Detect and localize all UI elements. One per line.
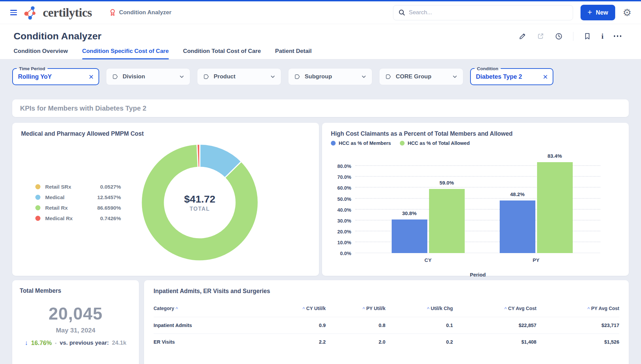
- donut-legend-item-medical-rx: Medical Rx0.7426%: [35, 215, 121, 222]
- logo-network-icon: [24, 5, 39, 20]
- legend-swatch: [35, 195, 40, 200]
- legend-swatch: [35, 184, 40, 189]
- legend-label: Medical Rx: [45, 215, 82, 222]
- row-value: 0.1: [386, 317, 453, 334]
- column-label: Category: [154, 306, 176, 311]
- tab-condition-total-cost-of-care[interactable]: Condition Total Cost of Care: [183, 48, 261, 59]
- page-title: Condition Analyzer: [14, 31, 102, 42]
- row-value: 2.0: [326, 334, 386, 350]
- tab-condition-overview[interactable]: Condition Overview: [14, 48, 68, 59]
- bar-value-label: 48.2%: [510, 191, 525, 197]
- column-label: PY Util/k: [366, 306, 386, 311]
- down-arrow-icon: ↓: [25, 339, 28, 347]
- open-external-icon[interactable]: [537, 32, 545, 40]
- legend-swatch: [331, 141, 336, 146]
- separator-dot: •: [55, 340, 57, 346]
- x-category-label: PY: [482, 257, 590, 263]
- search-icon: [398, 9, 405, 16]
- bookmark-icon[interactable]: [584, 32, 591, 40]
- tab-condition-specific-cost-of-care[interactable]: Condition Specific Cost of Care: [82, 48, 169, 59]
- comparison-label: vs. previous year:: [60, 340, 109, 346]
- filter-condition-value: Diabetes Type 2: [476, 73, 522, 80]
- legend-label: Medical: [45, 194, 82, 200]
- menu-icon[interactable]: [10, 10, 17, 15]
- close-x-icon[interactable]: [89, 75, 93, 79]
- filter-bar: Time Period Rolling YoY Division Product…: [0, 59, 641, 85]
- row-value: 0.2: [386, 334, 453, 350]
- app-breadcrumb[interactable]: Condition Analyzer: [109, 8, 171, 17]
- change-percent: 16.76%: [31, 340, 52, 347]
- close-x-icon[interactable]: [543, 75, 548, 79]
- y-tick-label: 0.0%: [340, 251, 351, 256]
- row-category: Inpatient Admits: [154, 317, 265, 334]
- bar-py-hcc-as-of-total-allowed[interactable]: 83.4%: [537, 162, 573, 253]
- more-options-icon[interactable]: [614, 35, 622, 37]
- util-table-head-row: Category ^^ CY Util/k^ PY Util/k^ Util/k…: [154, 301, 619, 317]
- bar-cy-hcc-as-of-members[interactable]: 30.8%: [392, 219, 427, 253]
- filter-time-period[interactable]: Time Period Rolling YoY: [12, 68, 99, 85]
- search-input[interactable]: [409, 9, 568, 16]
- donut-legend-item-medical: Medical12.5457%: [35, 194, 121, 200]
- column-label: CY Avg Cost: [508, 306, 537, 311]
- bar-value-label: 30.8%: [402, 210, 417, 216]
- filter-subgroup-dropdown[interactable]: Subgroup: [288, 68, 372, 85]
- row-value: 0.9: [265, 317, 326, 334]
- filter-division-dropdown[interactable]: Division: [106, 68, 190, 85]
- chevron-down-icon: [452, 74, 458, 79]
- x-category-label: CY: [374, 257, 482, 263]
- column-label: CY Util/k: [306, 306, 326, 311]
- legend-label: Retail SRx: [45, 184, 82, 190]
- legend-label: HCC as % of Total Allowed: [408, 140, 470, 146]
- brand-logo[interactable]: certilytics: [24, 5, 92, 20]
- new-button-label: New: [596, 9, 608, 16]
- filter-core-group-dropdown[interactable]: CORE Group: [379, 68, 463, 85]
- bar-legend-item-hcc-as-of-total-allowed: HCC as % of Total Allowed: [400, 140, 470, 146]
- sort-caret-icon: ^: [176, 306, 178, 311]
- legend-value: 12.5457%: [97, 194, 121, 200]
- y-tick-label: 20.0%: [337, 229, 351, 234]
- column-header-cy-avg-cost[interactable]: ^ CY Avg Cost: [453, 301, 536, 317]
- bar-py-hcc-as-of-members[interactable]: 48.2%: [500, 200, 535, 253]
- history-clock-icon[interactable]: [555, 32, 563, 40]
- bar-groups: 30.8%59.0%48.2%83.4%: [374, 151, 590, 253]
- total-members-date: May 31, 2024: [20, 327, 131, 334]
- donut-segment-medical-rx[interactable]: [197, 144, 200, 167]
- y-tick-label: 50.0%: [337, 196, 351, 202]
- bar-cy-hcc-as-of-total-allowed[interactable]: 59.0%: [429, 189, 465, 253]
- sort-caret-icon: ^: [362, 306, 366, 311]
- info-icon[interactable]: i: [601, 32, 603, 41]
- donut-legend-item-retail-rx: Retail Rx86.6590%: [35, 205, 121, 211]
- settings-gear-icon[interactable]: ⚙: [623, 8, 631, 18]
- global-search[interactable]: [393, 5, 573, 20]
- legend-value: 86.6590%: [97, 205, 121, 211]
- bar-legend-item-hcc-as-of-members: HCC as % of Members: [331, 140, 391, 146]
- legend-label: HCC as % of Members: [339, 140, 391, 146]
- new-button[interactable]: + New: [581, 5, 615, 20]
- filter-condition[interactable]: Condition Diabetes Type 2: [470, 68, 553, 85]
- column-header-py-util-k[interactable]: ^ PY Util/k: [326, 301, 386, 317]
- table-row: ER Visits2.22.00.2$1,408$1,526: [154, 334, 619, 350]
- actions-divider: [573, 32, 573, 41]
- chevron-down-icon: [361, 74, 367, 79]
- donut-legend: Retail SRx0.0527%Medical12.5457%Retail R…: [35, 184, 121, 222]
- column-header-py-avg-cost[interactable]: ^ PY Avg Cost: [536, 301, 619, 317]
- edit-pencil-icon[interactable]: [519, 32, 527, 40]
- column-label: PY Avg Cost: [591, 306, 619, 311]
- filter-division-label: Division: [123, 73, 145, 80]
- top-navigation-bar: certilytics Condition Analyzer + New ⚙: [0, 1, 641, 24]
- column-label: Util/k Chg: [431, 306, 453, 311]
- bar-value-label: 83.4%: [548, 153, 562, 159]
- legend-label: Retail Rx: [45, 205, 82, 211]
- logo-wordmark: certilytics: [43, 5, 92, 20]
- filter-product-dropdown[interactable]: Product: [197, 68, 281, 85]
- legend-value: 0.7426%: [100, 215, 121, 222]
- bar-group-py: 48.2%83.4%: [482, 151, 590, 253]
- plus-icon: +: [588, 8, 592, 16]
- comparison-value: 24.1k: [112, 340, 126, 346]
- x-labels: CYPY: [374, 257, 590, 263]
- column-header-util-k-chg[interactable]: ^ Util/k Chg: [386, 301, 453, 317]
- column-header-category[interactable]: Category ^: [154, 301, 265, 317]
- tab-patient-detail[interactable]: Patient Detail: [275, 48, 312, 59]
- y-tick-label: 30.0%: [337, 218, 351, 224]
- column-header-cy-util-k[interactable]: ^ CY Util/k: [265, 301, 326, 317]
